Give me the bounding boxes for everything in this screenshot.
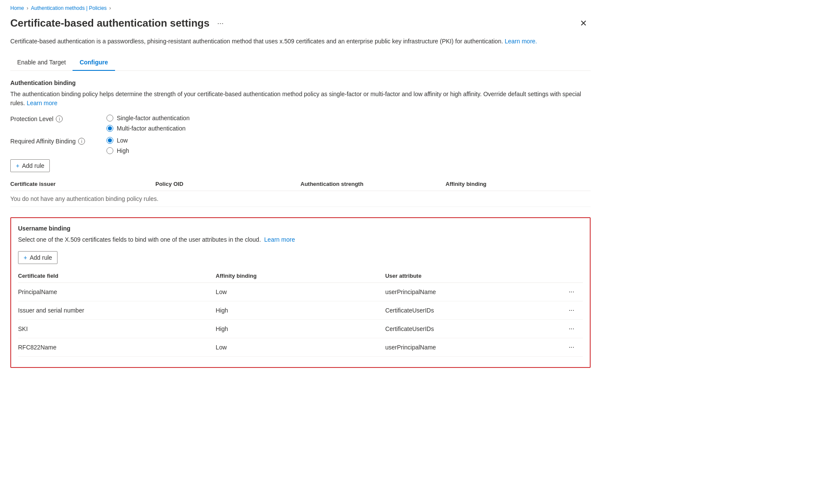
affinity-binding-radio-group: Low High xyxy=(106,137,129,154)
page-title: Certificate-based authentication setting… xyxy=(10,17,209,29)
protection-level-info-icon[interactable]: i xyxy=(56,115,63,122)
learn-more-link-username-binding[interactable]: Learn more xyxy=(264,236,295,243)
high-affinity-option[interactable]: High xyxy=(106,147,129,154)
learn-more-link-auth-binding[interactable]: Learn more xyxy=(27,100,58,106)
multi-factor-radio[interactable] xyxy=(106,125,113,132)
affinity-binding-label: Required Affinity Binding i xyxy=(10,137,96,145)
breadcrumb-separator-1: › xyxy=(27,5,28,11)
cell-affinity-binding-0: Low xyxy=(216,283,385,301)
username-binding-title: Username binding xyxy=(18,225,583,232)
col-header-user-attribute: User attribute xyxy=(385,269,555,283)
high-affinity-radio[interactable] xyxy=(106,147,113,154)
username-binding-table: Certificate field Affinity binding User … xyxy=(18,269,583,357)
cell-row-actions-1: ··· xyxy=(555,301,583,320)
username-binding-section: Username binding Select one of the X.509… xyxy=(10,217,591,368)
auth-binding-no-data-text: You do not have any authentication bindi… xyxy=(10,190,158,207)
auth-binding-table: Certificate issuer Policy OID Authentica… xyxy=(10,177,591,207)
col-header-auth-strength: Authentication strength xyxy=(300,177,446,191)
affinity-binding-info-icon[interactable]: i xyxy=(78,138,85,145)
col-header-affinity-binding: Affinity binding xyxy=(446,177,561,191)
protection-level-radio-group: Single-factor authentication Multi-facto… xyxy=(106,115,190,132)
col-header-row-actions xyxy=(555,269,583,283)
cell-user-attribute-0: userPrincipalName xyxy=(385,283,555,301)
close-button[interactable]: ✕ xyxy=(576,16,591,30)
cell-certificate-field-1: Issuer and serial number xyxy=(18,301,216,320)
page-header: Certificate-based authentication setting… xyxy=(10,16,591,30)
page-container: Home › Authentication methods | Policies… xyxy=(0,0,601,378)
col-header-certificate-field: Certificate field xyxy=(18,269,216,283)
cell-row-actions-2: ··· xyxy=(555,320,583,338)
auth-binding-add-rule-button[interactable]: + Add rule xyxy=(10,159,50,172)
protection-level-label: Protection Level i xyxy=(10,115,96,122)
low-affinity-option[interactable]: Low xyxy=(106,137,129,144)
page-title-row: Certificate-based authentication setting… xyxy=(10,17,226,29)
username-binding-row: PrincipalName Low userPrincipalName ··· xyxy=(18,283,583,301)
learn-more-link-top[interactable]: Learn more. xyxy=(505,38,537,45)
col-header-certificate-issuer: Certificate issuer xyxy=(10,177,155,191)
single-factor-option[interactable]: Single-factor authentication xyxy=(106,115,190,121)
tabs-container: Enable and Target Configure xyxy=(10,55,591,71)
breadcrumb-policies[interactable]: Authentication methods | Policies xyxy=(31,5,107,11)
plus-icon-username: + xyxy=(24,254,27,261)
row-ellipsis-button-2[interactable]: ··· xyxy=(565,324,578,334)
multi-factor-option[interactable]: Multi-factor authentication xyxy=(106,125,190,132)
username-binding-add-rule-button[interactable]: + Add rule xyxy=(18,251,58,264)
single-factor-radio[interactable] xyxy=(106,115,113,121)
auth-binding-no-data-row: You do not have any authentication bindi… xyxy=(10,191,591,207)
cell-user-attribute-1: CertificateUserIDs xyxy=(385,301,555,320)
cell-affinity-binding-3: Low xyxy=(216,338,385,357)
cell-affinity-binding-1: High xyxy=(216,301,385,320)
username-binding-row: Issuer and serial number High Certificat… xyxy=(18,301,583,320)
tab-configure[interactable]: Configure xyxy=(73,55,115,71)
protection-level-row: Protection Level i Single-factor authent… xyxy=(10,115,591,132)
col-header-actions-auth xyxy=(561,177,591,191)
add-rule-label-username: Add rule xyxy=(30,254,52,261)
low-affinity-radio[interactable] xyxy=(106,137,113,144)
username-binding-description: Select one of the X.509 certificates fie… xyxy=(18,235,583,244)
tab-enable-target[interactable]: Enable and Target xyxy=(10,55,73,71)
cell-certificate-field-2: SKI xyxy=(18,320,216,338)
cell-row-actions-3: ··· xyxy=(555,338,583,357)
cell-row-actions-0: ··· xyxy=(555,283,583,301)
more-options-button[interactable]: ··· xyxy=(215,18,226,29)
cell-user-attribute-2: CertificateUserIDs xyxy=(385,320,555,338)
affinity-binding-row: Required Affinity Binding i Low High xyxy=(10,137,591,154)
add-rule-label-auth: Add rule xyxy=(22,162,44,169)
cell-affinity-binding-2: High xyxy=(216,320,385,338)
plus-icon-auth: + xyxy=(16,162,19,169)
auth-binding-title: Authentication binding xyxy=(10,79,591,86)
breadcrumb-home[interactable]: Home xyxy=(10,5,24,11)
breadcrumb-separator-2: › xyxy=(109,5,111,11)
row-ellipsis-button-3[interactable]: ··· xyxy=(565,343,578,352)
cell-certificate-field-0: PrincipalName xyxy=(18,283,216,301)
row-ellipsis-button-1[interactable]: ··· xyxy=(565,306,578,315)
page-description: Certificate-based authentication is a pa… xyxy=(10,37,591,46)
row-ellipsis-button-0[interactable]: ··· xyxy=(565,287,578,297)
col-header-policy-oid: Policy OID xyxy=(155,177,300,191)
col-header-affinity: Affinity binding xyxy=(216,269,385,283)
auth-binding-description: The authentication binding policy helps … xyxy=(10,90,591,108)
breadcrumb: Home › Authentication methods | Policies… xyxy=(10,5,591,11)
username-binding-row: RFC822Name Low userPrincipalName ··· xyxy=(18,338,583,357)
username-binding-row: SKI High CertificateUserIDs ··· xyxy=(18,320,583,338)
auth-binding-section: Authentication binding The authenticatio… xyxy=(10,79,591,207)
cell-user-attribute-3: userPrincipalName xyxy=(385,338,555,357)
cell-certificate-field-3: RFC822Name xyxy=(18,338,216,357)
